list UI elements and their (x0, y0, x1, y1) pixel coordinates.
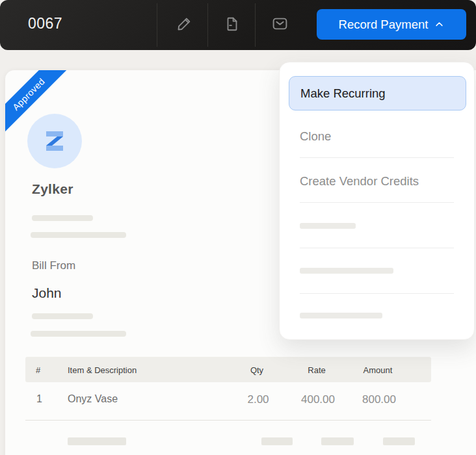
menu-item-clone[interactable]: Clone (300, 129, 331, 144)
email-button[interactable] (269, 14, 291, 36)
bill-from-label: Bill From (32, 259, 75, 272)
row-item: Onyz Vase (68, 393, 118, 405)
row-number: 1 (36, 393, 42, 405)
redacted-cell-bar (261, 437, 293, 445)
company-name: Zylker (32, 181, 73, 197)
file-button[interactable] (221, 14, 243, 36)
record-payment-label: Record Payment (339, 18, 429, 32)
redacted-cell-bar (383, 437, 415, 445)
row-rate: 400.00 (301, 393, 335, 406)
topbar: 0067 Record Payment (0, 0, 476, 50)
redacted-cell-bar (68, 437, 126, 445)
redacted-text-bar (32, 313, 93, 319)
menu-divider (300, 248, 454, 248)
table-row-divider (25, 420, 431, 421)
pencil-icon (176, 15, 193, 34)
redacted-text-bar (31, 232, 126, 238)
redacted-cell-bar (321, 437, 354, 445)
toolbar-divider (207, 3, 208, 47)
menu-item-create-vendor-credits[interactable]: Create Vendor Credits (300, 174, 419, 188)
row-qty: 2.00 (247, 393, 269, 406)
menu-item-label: Make Recurring (300, 86, 386, 101)
col-header-rate: Rate (308, 365, 325, 375)
redacted-menu-item (300, 313, 382, 318)
col-header-number: # (36, 365, 40, 375)
menu-item-make-recurring[interactable]: Make Recurring (289, 76, 466, 110)
redacted-menu-item (300, 268, 393, 274)
menu-divider (300, 202, 454, 203)
redacted-text-bar (32, 215, 93, 221)
redacted-text-bar (31, 331, 126, 337)
menu-divider (300, 293, 454, 294)
file-icon (224, 16, 241, 34)
company-avatar (27, 114, 82, 168)
record-payment-menu: Make Recurring Clone Create Vendor Credi… (279, 62, 475, 340)
chevron-up-icon (434, 20, 444, 29)
col-header-qty: Qty (250, 365, 263, 375)
menu-divider (300, 157, 454, 158)
vendor-name: John (32, 285, 62, 301)
col-header-amount: Amount (364, 365, 393, 375)
zylker-logo-icon (44, 130, 66, 152)
edit-button[interactable] (173, 14, 195, 36)
record-payment-button[interactable]: Record Payment (317, 9, 466, 40)
document-number: 0067 (28, 15, 62, 32)
toolbar-divider (157, 3, 157, 47)
toolbar-divider (255, 3, 256, 47)
row-amount: 800.00 (362, 393, 396, 406)
col-header-description: Item & Description (68, 365, 137, 375)
envelope-icon (271, 15, 289, 34)
redacted-menu-item (300, 223, 356, 229)
